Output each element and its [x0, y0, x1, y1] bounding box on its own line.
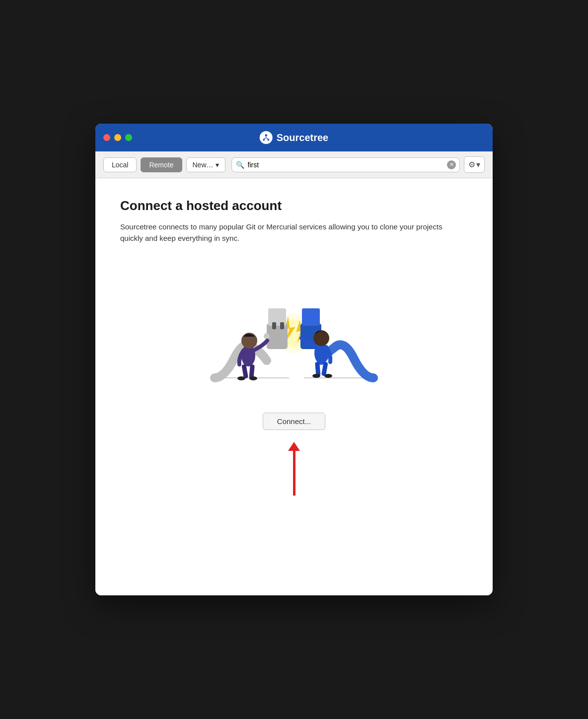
remote-tab[interactable]: Remote [141, 157, 182, 172]
page-description: Sourcetree connects to many popular Git … [120, 221, 458, 244]
svg-point-29 [312, 374, 320, 378]
search-icon: 🔍 [236, 161, 244, 169]
svg-line-4 [264, 138, 266, 139]
red-arrow-indicator [288, 442, 300, 496]
gear-icon: ⚙ [468, 160, 475, 169]
search-input[interactable] [231, 157, 460, 172]
new-button[interactable]: New… ▾ [186, 157, 225, 172]
svg-rect-15 [280, 322, 284, 329]
svg-point-1 [263, 139, 265, 141]
search-clear-button[interactable]: ✕ [447, 160, 456, 169]
app-title-area: Sourcetree [260, 131, 329, 144]
close-button[interactable] [103, 134, 110, 141]
app-icon [260, 131, 273, 144]
toolbar: Local Remote New… ▾ 🔍 ✕ ⚙ ▾ [95, 151, 493, 178]
arrow-shaft [293, 451, 295, 496]
svg-point-0 [265, 134, 268, 137]
svg-rect-12 [267, 323, 288, 349]
svg-point-30 [324, 374, 332, 378]
svg-point-23 [237, 376, 245, 380]
svg-rect-14 [272, 322, 276, 329]
chevron-down-icon: ▾ [476, 160, 480, 169]
local-tab[interactable]: Local [103, 157, 137, 172]
connect-section: Connect... [120, 413, 468, 496]
traffic-lights [103, 134, 132, 141]
app-window: Sourcetree Local Remote New… ▾ 🔍 ✕ ⚙ ▾ C… [95, 124, 493, 595]
illustration-container [120, 259, 468, 398]
settings-button[interactable]: ⚙ ▾ [464, 156, 485, 173]
search-container: 🔍 ✕ [231, 157, 460, 172]
svg-line-5 [266, 138, 269, 139]
arrow-head [288, 442, 300, 451]
minimize-button[interactable] [114, 134, 121, 141]
svg-point-31 [313, 330, 329, 346]
chevron-down-icon: ▾ [216, 161, 219, 169]
svg-point-24 [249, 376, 257, 380]
page-title: Connect a hosted account [120, 198, 282, 214]
svg-rect-18 [302, 308, 320, 326]
main-content: Connect a hosted account Sourcetree conn… [95, 178, 493, 595]
svg-point-16 [264, 333, 270, 339]
app-title: Sourcetree [277, 132, 329, 144]
maximize-button[interactable] [125, 134, 132, 141]
svg-point-2 [267, 139, 269, 141]
titlebar: Sourcetree [95, 124, 493, 151]
connect-button[interactable]: Connect... [263, 413, 325, 430]
connection-illustration [175, 259, 413, 398]
